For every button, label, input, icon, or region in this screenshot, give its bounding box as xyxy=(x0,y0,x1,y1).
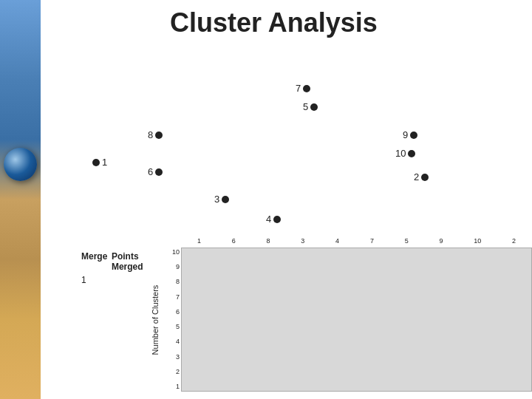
y-axis: 12345678910 xyxy=(163,248,181,392)
y-tick-8: 8 xyxy=(163,279,181,285)
y-tick-4: 4 xyxy=(163,338,181,345)
dendrogram-chart: Number of Clusters 12345678910 168347591… xyxy=(148,248,532,392)
x-axis: 16834759102 xyxy=(182,237,531,245)
merge-value: 1 xyxy=(81,275,108,285)
dot-label-3: 3 xyxy=(214,194,219,205)
x-tick-6: 6 xyxy=(232,237,236,245)
y-tick-5: 5 xyxy=(163,324,181,330)
y-axis-label-container: Number of Clusters xyxy=(148,248,163,392)
dot-label-4: 4 xyxy=(266,214,271,225)
x-tick-2: 2 xyxy=(512,237,516,245)
chart-plot-area: 16834759102 xyxy=(181,248,532,392)
merge-table-row: 1 xyxy=(81,275,148,285)
scatter-point-7: 7 xyxy=(296,83,310,94)
dot-label-9: 9 xyxy=(403,129,408,140)
y-tick-7: 7 xyxy=(163,294,181,301)
dot-label-1: 1 xyxy=(102,157,107,168)
scatter-point-10: 10 xyxy=(395,148,415,159)
merge-table: Merge Points Merged 1 xyxy=(81,248,148,392)
scatter-point-1: 1 xyxy=(92,157,107,168)
x-tick-3: 3 xyxy=(301,237,304,245)
dot-8 xyxy=(155,132,163,139)
x-tick-9: 9 xyxy=(439,237,443,245)
bottom-section: Merge Points Merged 1 Number of Clusters… xyxy=(81,248,532,392)
x-tick-8: 8 xyxy=(266,237,270,245)
scatter-point-6: 6 xyxy=(148,166,163,177)
x-tick-4: 4 xyxy=(335,237,339,245)
merge-col-header: Merge xyxy=(81,251,108,272)
scatter-point-5: 5 xyxy=(303,101,318,112)
x-tick-7: 7 xyxy=(370,237,374,245)
dot-6 xyxy=(155,168,163,176)
dot-10 xyxy=(408,150,415,157)
dot-1 xyxy=(92,159,100,166)
y-tick-6: 6 xyxy=(163,309,181,316)
scatter-plot: 12345678910 xyxy=(52,42,488,227)
dot-9 xyxy=(410,132,417,139)
dot-3 xyxy=(222,196,229,203)
left-image-panel xyxy=(0,0,41,399)
scatter-point-8: 8 xyxy=(148,129,163,140)
dot-7 xyxy=(303,85,310,92)
scatter-point-9: 9 xyxy=(403,129,417,140)
x-tick-10: 10 xyxy=(474,237,481,245)
dot-5 xyxy=(310,103,318,111)
x-tick-5: 5 xyxy=(405,237,409,245)
merge-table-header: Merge Points Merged xyxy=(81,251,148,272)
dot-label-7: 7 xyxy=(296,83,301,94)
dot-label-5: 5 xyxy=(303,101,308,112)
y-tick-1: 1 xyxy=(163,383,181,390)
dot-label-8: 8 xyxy=(148,129,153,140)
y-axis-label: Number of Clusters xyxy=(151,284,160,355)
y-tick-10: 10 xyxy=(163,249,181,256)
dot-4 xyxy=(273,216,281,223)
scatter-point-3: 3 xyxy=(214,194,229,205)
dot-label-2: 2 xyxy=(414,171,419,183)
points-col-header: Points Merged xyxy=(112,251,148,272)
dot-label-10: 10 xyxy=(395,148,406,159)
y-tick-2: 2 xyxy=(163,369,181,375)
globe-decoration xyxy=(4,148,37,181)
scatter-point-4: 4 xyxy=(266,214,281,225)
y-tick-3: 3 xyxy=(163,354,181,361)
x-tick-1: 1 xyxy=(197,237,201,245)
page-title: Cluster Analysis xyxy=(170,7,521,38)
dot-2 xyxy=(421,174,429,181)
dot-label-6: 6 xyxy=(148,166,153,177)
main-content: Cluster Analysis 12345678910 Merge Point… xyxy=(41,0,532,399)
scatter-point-2: 2 xyxy=(414,171,429,183)
y-tick-9: 9 xyxy=(163,264,181,270)
points-value xyxy=(112,275,148,285)
